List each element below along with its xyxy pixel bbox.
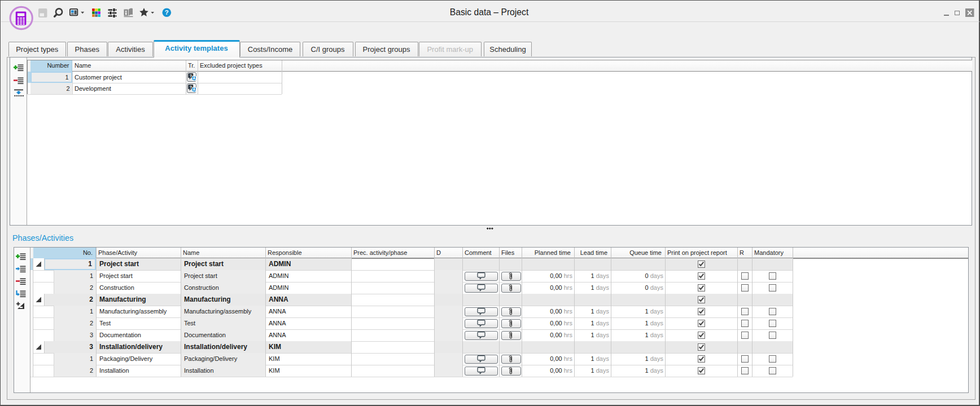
svg-text:A: A	[193, 87, 195, 91]
svg-text:A: A	[193, 76, 195, 80]
